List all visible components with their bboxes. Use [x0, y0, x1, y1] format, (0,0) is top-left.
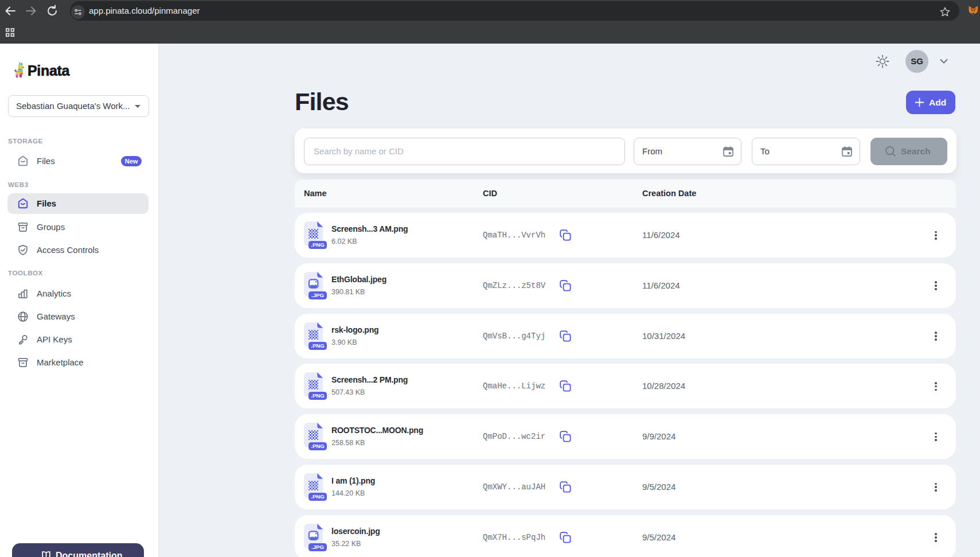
svg-text:.PNG: .PNG	[311, 242, 324, 248]
svg-text:.JPG: .JPG	[311, 292, 324, 298]
svg-text:.PNG: .PNG	[311, 443, 324, 450]
svg-text:.JPG: .JPG	[311, 544, 324, 550]
svg-text:.PNG: .PNG	[311, 342, 324, 349]
svg-text:.PNG: .PNG	[311, 393, 324, 399]
svg-text:.PNG: .PNG	[311, 493, 324, 500]
